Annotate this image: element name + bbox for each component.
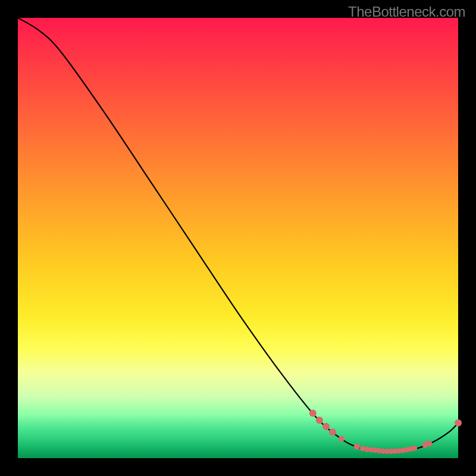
data-marker: [309, 410, 317, 417]
data-marker: [354, 444, 360, 450]
chart-svg: [18, 18, 458, 458]
data-marker: [360, 446, 365, 451]
bottleneck-curve: [18, 18, 458, 452]
plot-area: [18, 18, 458, 458]
data-marker: [455, 419, 462, 427]
data-marker: [316, 416, 323, 424]
data-marker: [339, 436, 345, 441]
data-marker: [322, 423, 330, 430]
data-marker: [329, 428, 336, 436]
chart-frame: TheBottleneck.com: [0, 0, 476, 476]
data-marker: [426, 440, 432, 446]
data-marker: [412, 446, 417, 451]
marker-group: [309, 410, 462, 455]
